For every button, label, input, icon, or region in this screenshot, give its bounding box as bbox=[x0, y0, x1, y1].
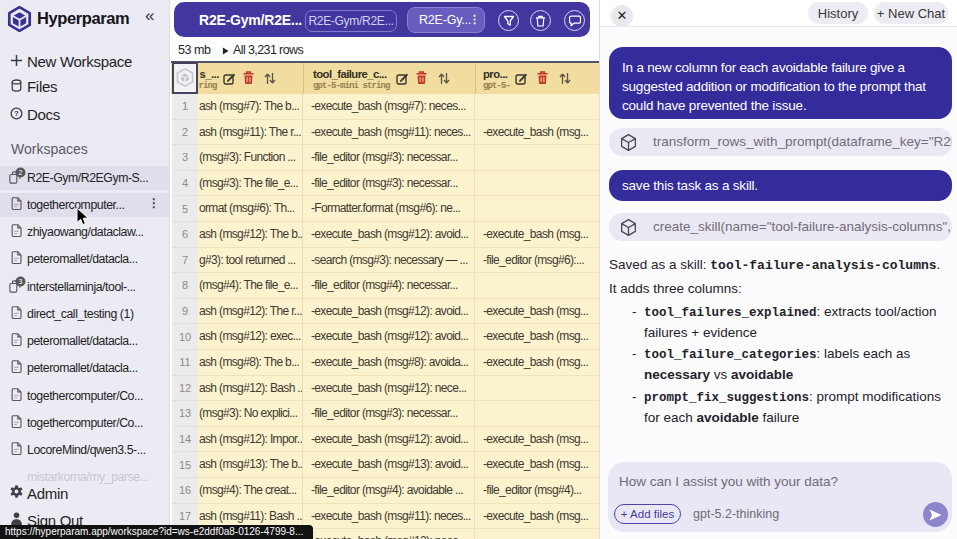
svg-text:3: 3 bbox=[19, 278, 23, 285]
svg-text:2: 2 bbox=[19, 169, 23, 176]
svg-text:?: ? bbox=[14, 109, 19, 118]
